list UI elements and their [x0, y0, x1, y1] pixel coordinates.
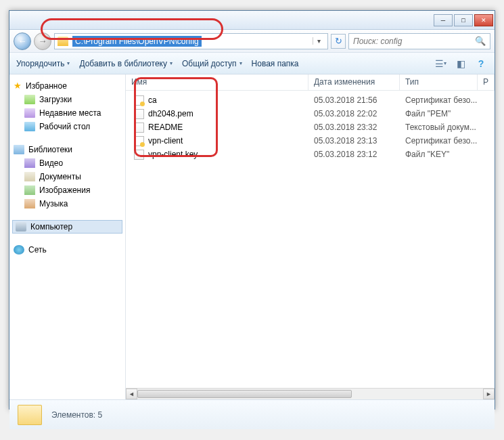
- libraries-icon: [14, 145, 24, 154]
- minimize-button[interactable]: ─: [434, 14, 453, 26]
- music-icon: [24, 199, 35, 208]
- recent-icon: [24, 108, 35, 118]
- file-row[interactable]: README05.03.2018 23:32Текстовый докум...: [126, 120, 495, 134]
- maximize-button[interactable]: □: [454, 14, 473, 26]
- organize-menu[interactable]: Упорядочить▾: [16, 59, 70, 68]
- horizontal-scrollbar[interactable]: ◄ ►: [126, 388, 495, 399]
- toolbar: Упорядочить▾ Добавить в библиотеку▾ Общи…: [9, 53, 495, 74]
- documents-icon: [24, 172, 35, 181]
- new-folder-button[interactable]: Новая папка: [252, 59, 299, 68]
- back-button[interactable]: ←: [14, 32, 31, 50]
- sidebar-item-downloads[interactable]: Загрузки: [12, 93, 122, 106]
- include-library-menu[interactable]: Добавить в библиотеку▾: [79, 59, 173, 68]
- sidebar-item-desktop[interactable]: Рабочий стол: [12, 120, 122, 133]
- desktop-icon: [24, 122, 35, 131]
- explorer-window: ─ □ ✕ ← → C:\Program Files\OpenVPN\confi…: [9, 10, 495, 410]
- scroll-thumb[interactable]: [137, 390, 352, 398]
- address-bar[interactable]: C:\Program Files\OpenVPN\config ▾: [54, 33, 328, 49]
- content-pane: Имя Дата изменения Тип Р ca05.03.2018 21…: [126, 74, 495, 399]
- file-row[interactable]: vpn-client.key05.03.2018 23:12Файл "KEY": [126, 148, 495, 161]
- navbar: ← → C:\Program Files\OpenVPN\config ▾ ↻ …: [9, 30, 495, 53]
- status-text: Элементов: 5: [51, 410, 102, 420]
- file-icon: [134, 150, 144, 160]
- sidebar-item-images[interactable]: Изображения: [12, 183, 122, 197]
- folder-icon: [58, 37, 68, 46]
- header-date[interactable]: Дата изменения: [308, 74, 400, 90]
- downloads-icon: [24, 95, 35, 104]
- forward-button[interactable]: →: [34, 32, 51, 50]
- file-row[interactable]: ca05.03.2018 21:56Сертификат безо...: [126, 93, 495, 107]
- sidebar-item-recent[interactable]: Недавние места: [12, 106, 122, 120]
- search-input[interactable]: [353, 37, 475, 46]
- folder-large-icon: [18, 405, 42, 425]
- refresh-button[interactable]: ↻: [331, 34, 346, 49]
- file-row[interactable]: vpn-client05.03.2018 23:13Сертификат без…: [126, 134, 495, 148]
- cert-icon: [134, 136, 144, 146]
- status-bar: Элементов: 5: [9, 399, 495, 429]
- preview-pane-icon[interactable]: ◧: [454, 58, 467, 70]
- file-icon: [134, 109, 144, 119]
- header-size[interactable]: Р: [478, 74, 495, 90]
- share-menu[interactable]: Общий доступ▾: [182, 59, 242, 68]
- sidebar-libraries[interactable]: Библиотеки: [12, 143, 122, 156]
- cert-icon: [134, 95, 144, 106]
- sidebar-item-video[interactable]: Видео: [12, 156, 122, 170]
- sidebar-computer[interactable]: Компьютер: [12, 220, 122, 234]
- file-list: ca05.03.2018 21:56Сертификат безо... dh2…: [126, 91, 495, 164]
- sidebar-item-music[interactable]: Музыка: [12, 197, 122, 211]
- address-path: C:\Program Files\OpenVPN\config: [72, 36, 202, 47]
- computer-icon: [16, 222, 26, 232]
- file-icon: [134, 123, 144, 133]
- address-dropdown-icon[interactable]: ▾: [313, 37, 325, 45]
- titlebar: ─ □ ✕: [9, 11, 495, 30]
- header-name[interactable]: Имя: [126, 74, 308, 90]
- column-headers: Имя Дата изменения Тип Р: [126, 74, 495, 91]
- scroll-right-icon[interactable]: ►: [483, 389, 495, 399]
- scroll-left-icon[interactable]: ◄: [126, 389, 137, 399]
- file-row[interactable]: dh2048.pem05.03.2018 22:02Файл "PEM": [126, 107, 495, 120]
- header-type[interactable]: Тип: [400, 74, 478, 90]
- network-icon: [14, 245, 24, 255]
- sidebar-item-documents[interactable]: Документы: [12, 170, 122, 183]
- star-icon: ★: [14, 81, 22, 91]
- video-icon: [24, 158, 35, 168]
- sidebar-favorites[interactable]: ★Избранное: [12, 79, 122, 93]
- search-icon: 🔍: [475, 36, 486, 46]
- scroll-track[interactable]: [137, 389, 483, 399]
- sidebar: ★Избранное Загрузки Недавние места Рабоч…: [9, 74, 126, 399]
- sidebar-network[interactable]: Сеть: [12, 243, 122, 257]
- help-icon[interactable]: ?: [474, 58, 488, 70]
- search-box[interactable]: 🔍: [348, 33, 490, 49]
- body: ★Избранное Загрузки Недавние места Рабоч…: [9, 74, 495, 399]
- images-icon: [24, 185, 35, 195]
- view-options-icon[interactable]: ☰▾: [434, 58, 447, 70]
- close-button[interactable]: ✕: [474, 14, 493, 26]
